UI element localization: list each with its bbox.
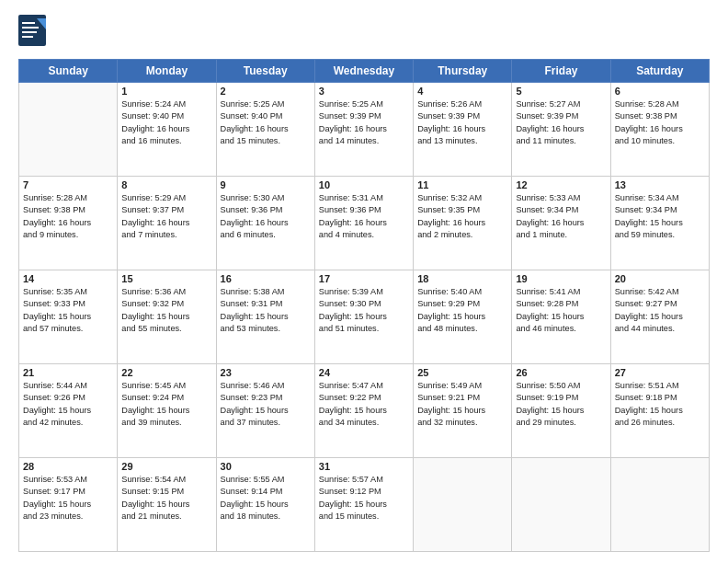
calendar-cell: 4Sunrise: 5:26 AM Sunset: 9:39 PM Daylig… [414, 83, 512, 177]
weekday-header-thursday: Thursday [414, 60, 512, 83]
day-info: Sunrise: 5:57 AM Sunset: 9:12 PM Dayligh… [319, 474, 409, 523]
day-info: Sunrise: 5:44 AM Sunset: 9:26 PM Dayligh… [23, 380, 113, 429]
day-number: 13 [615, 179, 705, 190]
day-number: 15 [121, 273, 211, 284]
day-info: Sunrise: 5:46 AM Sunset: 9:23 PM Dayligh… [221, 380, 311, 429]
svg-rect-5 [22, 36, 33, 38]
calendar-cell: 31Sunrise: 5:57 AM Sunset: 9:12 PM Dayli… [314, 458, 413, 552]
day-info: Sunrise: 5:32 AM Sunset: 9:35 PM Dayligh… [417, 192, 507, 241]
calendar-cell: 16Sunrise: 5:38 AM Sunset: 9:31 PM Dayli… [216, 270, 314, 364]
day-info: Sunrise: 5:36 AM Sunset: 9:32 PM Dayligh… [121, 286, 211, 335]
day-info: Sunrise: 5:35 AM Sunset: 9:33 PM Dayligh… [23, 286, 113, 335]
day-info: Sunrise: 5:25 AM Sunset: 9:39 PM Dayligh… [319, 98, 409, 147]
calendar-cell: 17Sunrise: 5:39 AM Sunset: 9:30 PM Dayli… [314, 270, 413, 364]
calendar-header-row: SundayMondayTuesdayWednesdayThursdayFrid… [19, 60, 710, 83]
weekday-header-friday: Friday [512, 60, 610, 83]
calendar-cell: 24Sunrise: 5:47 AM Sunset: 9:22 PM Dayli… [314, 364, 413, 458]
calendar-cell: 3Sunrise: 5:25 AM Sunset: 9:39 PM Daylig… [314, 83, 413, 177]
day-number: 28 [23, 461, 113, 472]
day-info: Sunrise: 5:47 AM Sunset: 9:22 PM Dayligh… [319, 380, 409, 429]
day-number: 23 [221, 367, 311, 378]
day-info: Sunrise: 5:24 AM Sunset: 9:40 PM Dayligh… [121, 98, 211, 147]
calendar-cell: 29Sunrise: 5:54 AM Sunset: 9:15 PM Dayli… [118, 458, 216, 552]
day-info: Sunrise: 5:25 AM Sunset: 9:40 PM Dayligh… [221, 98, 311, 147]
day-info: Sunrise: 5:34 AM Sunset: 9:34 PM Dayligh… [615, 192, 705, 241]
day-number: 7 [23, 179, 113, 190]
day-number: 1 [121, 86, 211, 97]
calendar-cell [610, 458, 709, 552]
day-info: Sunrise: 5:53 AM Sunset: 9:17 PM Dayligh… [23, 474, 113, 523]
day-number: 3 [319, 86, 409, 97]
calendar-cell: 25Sunrise: 5:49 AM Sunset: 9:21 PM Dayli… [414, 364, 512, 458]
day-number: 11 [417, 179, 507, 190]
day-number: 16 [221, 273, 311, 284]
week-row-5: 28Sunrise: 5:53 AM Sunset: 9:17 PM Dayli… [19, 458, 710, 552]
day-info: Sunrise: 5:41 AM Sunset: 9:28 PM Dayligh… [516, 286, 606, 335]
svg-rect-4 [22, 31, 37, 33]
day-info: Sunrise: 5:54 AM Sunset: 9:15 PM Dayligh… [121, 474, 211, 523]
calendar-cell: 7Sunrise: 5:28 AM Sunset: 9:38 PM Daylig… [19, 177, 118, 270]
day-number: 20 [615, 273, 705, 284]
day-info: Sunrise: 5:31 AM Sunset: 9:36 PM Dayligh… [319, 192, 409, 241]
weekday-header-wednesday: Wednesday [314, 60, 413, 83]
calendar-cell [414, 458, 512, 552]
day-info: Sunrise: 5:39 AM Sunset: 9:30 PM Dayligh… [319, 286, 409, 335]
day-info: Sunrise: 5:28 AM Sunset: 9:38 PM Dayligh… [23, 192, 113, 241]
day-number: 8 [121, 179, 211, 190]
calendar-cell: 9Sunrise: 5:30 AM Sunset: 9:36 PM Daylig… [216, 177, 314, 270]
calendar-cell: 22Sunrise: 5:45 AM Sunset: 9:24 PM Dayli… [118, 364, 216, 458]
svg-rect-2 [22, 22, 35, 24]
day-number: 12 [516, 179, 606, 190]
day-info: Sunrise: 5:33 AM Sunset: 9:34 PM Dayligh… [516, 192, 606, 241]
calendar-cell: 11Sunrise: 5:32 AM Sunset: 9:35 PM Dayli… [414, 177, 512, 270]
calendar-table: SundayMondayTuesdayWednesdayThursdayFrid… [18, 59, 710, 552]
calendar-cell: 10Sunrise: 5:31 AM Sunset: 9:36 PM Dayli… [314, 177, 413, 270]
header [18, 15, 710, 52]
calendar-cell: 26Sunrise: 5:50 AM Sunset: 9:19 PM Dayli… [512, 364, 610, 458]
calendar-cell: 13Sunrise: 5:34 AM Sunset: 9:34 PM Dayli… [610, 177, 709, 270]
day-info: Sunrise: 5:26 AM Sunset: 9:39 PM Dayligh… [417, 98, 507, 147]
weekday-header-monday: Monday [118, 60, 216, 83]
day-number: 19 [516, 273, 606, 284]
day-number: 25 [417, 367, 507, 378]
calendar-cell: 2Sunrise: 5:25 AM Sunset: 9:40 PM Daylig… [216, 83, 314, 177]
page: SundayMondayTuesdayWednesdayThursdayFrid… [0, 0, 728, 563]
svg-rect-3 [22, 27, 39, 29]
day-number: 27 [615, 367, 705, 378]
day-info: Sunrise: 5:45 AM Sunset: 9:24 PM Dayligh… [121, 380, 211, 429]
calendar-cell: 20Sunrise: 5:42 AM Sunset: 9:27 PM Dayli… [610, 270, 709, 364]
week-row-4: 21Sunrise: 5:44 AM Sunset: 9:26 PM Dayli… [19, 364, 710, 458]
day-number: 6 [615, 86, 705, 97]
day-info: Sunrise: 5:55 AM Sunset: 9:14 PM Dayligh… [221, 474, 311, 523]
logo [18, 15, 53, 52]
week-row-3: 14Sunrise: 5:35 AM Sunset: 9:33 PM Dayli… [19, 270, 710, 364]
day-number: 2 [221, 86, 311, 97]
day-info: Sunrise: 5:42 AM Sunset: 9:27 PM Dayligh… [615, 286, 705, 335]
calendar-cell: 8Sunrise: 5:29 AM Sunset: 9:37 PM Daylig… [118, 177, 216, 270]
calendar-cell: 27Sunrise: 5:51 AM Sunset: 9:18 PM Dayli… [610, 364, 709, 458]
day-info: Sunrise: 5:38 AM Sunset: 9:31 PM Dayligh… [221, 286, 311, 335]
calendar-cell [512, 458, 610, 552]
calendar-cell: 6Sunrise: 5:28 AM Sunset: 9:38 PM Daylig… [610, 83, 709, 177]
day-number: 30 [221, 461, 311, 472]
weekday-header-sunday: Sunday [19, 60, 118, 83]
day-info: Sunrise: 5:30 AM Sunset: 9:36 PM Dayligh… [221, 192, 311, 241]
calendar-cell: 14Sunrise: 5:35 AM Sunset: 9:33 PM Dayli… [19, 270, 118, 364]
day-number: 17 [319, 273, 409, 284]
day-number: 26 [516, 367, 606, 378]
day-number: 29 [121, 461, 211, 472]
calendar-cell: 1Sunrise: 5:24 AM Sunset: 9:40 PM Daylig… [118, 83, 216, 177]
day-number: 14 [23, 273, 113, 284]
calendar-cell: 18Sunrise: 5:40 AM Sunset: 9:29 PM Dayli… [414, 270, 512, 364]
weekday-header-saturday: Saturday [610, 60, 709, 83]
day-number: 18 [417, 273, 507, 284]
day-info: Sunrise: 5:27 AM Sunset: 9:39 PM Dayligh… [516, 98, 606, 147]
calendar-cell: 19Sunrise: 5:41 AM Sunset: 9:28 PM Dayli… [512, 270, 610, 364]
day-info: Sunrise: 5:51 AM Sunset: 9:18 PM Dayligh… [615, 380, 705, 429]
calendar-cell [19, 83, 118, 177]
day-number: 5 [516, 86, 606, 97]
day-number: 31 [319, 461, 409, 472]
day-number: 10 [319, 179, 409, 190]
calendar-cell: 5Sunrise: 5:27 AM Sunset: 9:39 PM Daylig… [512, 83, 610, 177]
calendar-cell: 23Sunrise: 5:46 AM Sunset: 9:23 PM Dayli… [216, 364, 314, 458]
